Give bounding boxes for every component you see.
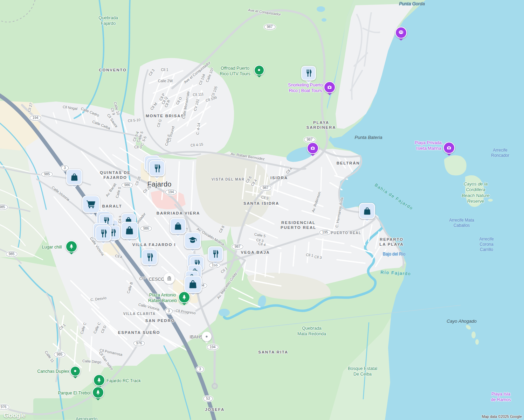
route-badge-986: 986 <box>140 226 152 231</box>
islet-cayo-2 <box>471 331 476 338</box>
route-badge-985: 985 <box>54 352 66 357</box>
bag-pin[interactable] <box>170 218 186 234</box>
pond-2 <box>322 18 326 22</box>
map-label-ibahs[interactable]: IBAHS <box>189 335 203 340</box>
grad-pin[interactable] <box>184 232 201 249</box>
cart-icon <box>82 196 100 213</box>
islet-1 <box>488 199 493 202</box>
map-label-lugar-chill[interactable]: Lugar chill <box>42 245 62 250</box>
cam-icon <box>307 142 319 154</box>
map-label-canchas-duplex[interactable]: Canchas Duplex <box>37 369 69 374</box>
bag-pin[interactable] <box>359 203 375 219</box>
grad-icon <box>184 232 201 249</box>
map-viewport[interactable]: 9871949853985985986194987987986987195195… <box>0 0 524 420</box>
bag-pin[interactable] <box>66 169 82 185</box>
circ-pin[interactable] <box>202 332 212 342</box>
tree-icon <box>66 240 77 252</box>
rest-pin[interactable] <box>208 246 223 262</box>
bag-icon <box>184 276 202 293</box>
mask-icon <box>395 27 407 38</box>
bag-icon <box>121 222 138 239</box>
cam-pin[interactable] <box>324 81 336 93</box>
bank-icon <box>164 273 175 284</box>
bag-icon <box>359 203 375 219</box>
cam-pin[interactable] <box>443 142 455 154</box>
route-badge-194: 194 <box>165 189 177 195</box>
tree-icon <box>93 374 105 386</box>
bag-icon <box>66 169 82 185</box>
tree-pin[interactable] <box>93 374 105 386</box>
rest-pin[interactable] <box>95 225 111 241</box>
mask-pin[interactable] <box>395 27 407 38</box>
tree-pin[interactable] <box>66 240 77 252</box>
map-canvas[interactable] <box>0 0 524 420</box>
route-badge-3: 3 <box>165 308 173 314</box>
bank-pin[interactable] <box>164 273 175 284</box>
dot-pin[interactable] <box>70 366 81 377</box>
rest-icon <box>149 160 165 176</box>
islet-cayo-3 <box>475 339 479 345</box>
cam-pin[interactable] <box>307 142 319 154</box>
map-label-parque-el-trebol[interactable]: Parque El Trebol <box>58 391 90 396</box>
route-badge-3: 3 <box>196 366 204 372</box>
map-label-offroad-puerto-rico-utv-tours[interactable]: Offroad Puerto Rico UTV Tours <box>220 66 250 77</box>
route-badge-987: 987 <box>232 244 243 250</box>
bag-pin[interactable] <box>184 276 202 293</box>
bag-pin[interactable] <box>121 222 138 239</box>
route-badge-985: 985 <box>6 251 18 257</box>
tree-icon <box>178 291 190 303</box>
route-badge-194: 194 <box>207 344 219 350</box>
map-label-snorkeling-puerto-rico-boat-tours[interactable]: Snorkeling Puerto Rico | Boat Tours <box>288 83 323 93</box>
tree-pin[interactable] <box>178 291 190 303</box>
route-badge-986: 986 <box>122 182 133 188</box>
route-badge-987: 987 <box>264 24 276 30</box>
pond-lake <box>219 309 230 316</box>
map-label-cesco[interactable]: CESCO <box>149 277 164 282</box>
tree-pin[interactable] <box>92 386 104 398</box>
map-attribution: Map data ©2025 Google <box>482 414 522 419</box>
cart-pin[interactable] <box>82 196 100 213</box>
dot-pin[interactable] <box>254 65 264 76</box>
bag-icon <box>170 218 186 234</box>
route-badge-987: 987 <box>260 185 271 191</box>
rest-icon <box>208 246 223 262</box>
map-label-playa-privada-isleta-marina[interactable]: Playa Privada, Isleta Marina <box>415 140 443 151</box>
route-badge-985: 985 <box>41 172 53 177</box>
route-badge-987: 987 <box>304 137 316 142</box>
route-badge-195: 195 <box>319 230 331 235</box>
google-logo[interactable]: Google <box>4 412 25 419</box>
map-label-fajardo-rc-track[interactable]: Fajardo RC Track <box>106 378 141 384</box>
rest-icon <box>301 66 316 80</box>
rest-pin[interactable] <box>149 160 165 176</box>
route-badge-194: 194 <box>30 115 41 121</box>
rest-pin[interactable] <box>142 249 158 265</box>
map-label-plaza-antonio-rafael-barcel[interactable]: Plaza Antonio Rafael Barceló <box>148 293 177 303</box>
cam-icon <box>443 142 455 154</box>
rest-icon <box>142 249 158 265</box>
route-badge-976: 976 <box>133 341 145 346</box>
pond-1 <box>317 6 325 12</box>
cam-icon <box>324 81 336 93</box>
route-badge-53: 53 <box>203 396 213 401</box>
dot-icon <box>254 65 264 76</box>
rest-pin[interactable] <box>301 66 316 80</box>
tree-icon <box>92 386 104 398</box>
dot-icon <box>70 366 81 377</box>
circ-icon <box>202 332 212 342</box>
rest-icon <box>95 225 111 241</box>
map-label-playa-isla-de-ramos[interactable]: Playa Isla de Ramos <box>489 392 512 402</box>
